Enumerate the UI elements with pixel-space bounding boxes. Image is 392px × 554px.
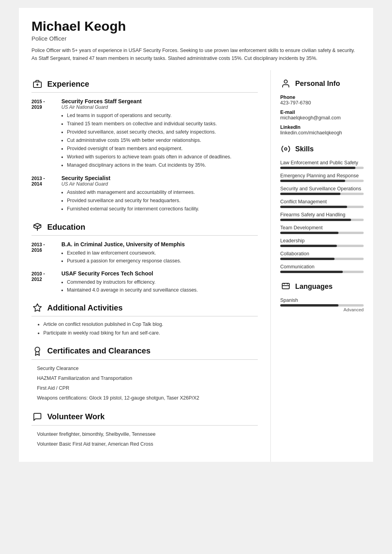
skill-bar-fill [280, 245, 337, 247]
education-label: Education [47, 223, 85, 232]
list-item: Maintained 4.0 average in security and s… [67, 286, 198, 294]
language-bar-bg [280, 304, 364, 307]
skill-item: Collaboration [280, 251, 364, 260]
job-2-employer: US Air National Guard [61, 181, 258, 187]
cert-list: Security Clearance HAZMAT Familiarizatio… [31, 364, 258, 403]
list-item: Cut administrative costs 15% with better… [67, 136, 258, 144]
certificates-icon [31, 345, 43, 357]
skill-bar-bg [280, 271, 364, 273]
job-2-title: Security Specialist [61, 175, 258, 181]
volunteer-icon [31, 411, 43, 423]
skills-icon [280, 143, 291, 154]
skill-bar-bg [280, 232, 364, 234]
edu-1-details: B.A. in Criminal Justice, University of … [61, 241, 185, 265]
edu-2-dates: 2010 -2012 [31, 270, 55, 294]
language-item: Spanish Advanced [280, 297, 364, 312]
skill-name: Collaboration [280, 251, 364, 257]
edu-2-title: USAF Security Forces Tech School [61, 270, 198, 277]
skill-bar-bg [280, 167, 364, 169]
skill-item: Firearms Safety and Handling [280, 212, 364, 221]
education-header: Education [31, 221, 258, 236]
activities-section: Additional Activities Article on conflic… [31, 302, 258, 337]
job-1-title: Security Forces Staff Sergeant [61, 98, 258, 104]
email-item: E-mail michaelqkeogh@gmail.com [280, 110, 364, 121]
skill-item: Communication [280, 264, 364, 273]
skill-bar-bg [280, 180, 364, 182]
certificates-header: Certificates and Clearances [31, 345, 258, 360]
skill-bar-fill [280, 219, 351, 221]
skills-section: Skills Law Enforcement and Public Safety… [280, 143, 364, 273]
list-item: Furnished external security for internme… [67, 205, 258, 213]
skill-bar-fill [280, 206, 347, 208]
list-item: Weapons certifications: Glock 19 pistol,… [37, 393, 258, 403]
skill-item: Leadership [280, 238, 364, 247]
experience-section: Experience 2015 -2019 Security Forces St… [31, 78, 258, 213]
left-column: Experience 2015 -2019 Security Forces St… [19, 70, 271, 462]
edu-1-title: B.A. in Criminal Justice, University of … [61, 241, 185, 247]
languages-header: Languages [280, 281, 364, 294]
email-value: michaelqkeogh@gmail.com [280, 115, 364, 121]
job-2-bullets: Assisted with management and accountabil… [67, 188, 258, 213]
svg-marker-4 [33, 304, 41, 311]
skill-item: Law Enforcement and Public Safety [280, 160, 364, 169]
edu-2: 2010 -2012 USAF Security Forces Tech Sch… [31, 270, 258, 294]
resume: Michael Keogh Police Officer Police Offi… [19, 8, 373, 462]
skill-name: Conflict Management [280, 199, 364, 204]
skill-name: Leadership [280, 238, 364, 244]
svg-point-7 [285, 148, 287, 150]
list-item: Worked with superiors to achieve team go… [67, 153, 258, 161]
right-column: Personal Info Phone 423-797-6780 E-mail … [271, 70, 373, 462]
edu-1-dates: 2013 -2016 [31, 241, 55, 265]
language-level: Advanced [280, 307, 364, 312]
personal-info-icon [280, 78, 291, 89]
candidate-name: Michael Keogh [31, 19, 361, 33]
volunteer-label: Volunteer Work [47, 412, 105, 421]
list-item: Security Clearance [37, 364, 258, 374]
skills-header: Skills [280, 143, 364, 157]
activities-list: Article on conflict resolution published… [43, 320, 258, 337]
linkedin-label: LinkedIn [280, 125, 364, 130]
skills-list: Law Enforcement and Public Safety Emerge… [280, 160, 364, 273]
skill-bar-fill [280, 167, 355, 169]
skill-bar-fill [280, 271, 343, 273]
skill-bar-fill [280, 193, 340, 195]
email-label: E-mail [280, 110, 364, 115]
list-item: Provided oversight of team members and e… [67, 145, 258, 152]
list-item: Volunteer Basic First Aid trainer, Ameri… [37, 439, 258, 449]
skill-item: Conflict Management [280, 199, 364, 208]
skill-bar-bg [280, 258, 364, 260]
skill-name: Team Development [280, 225, 364, 231]
edu-2-details: USAF Security Forces Tech School Commend… [61, 270, 198, 294]
list-item: First Aid / CPR [37, 383, 258, 393]
skill-bar-fill [280, 258, 335, 260]
skills-label: Skills [295, 145, 314, 153]
skill-item: Security and Surveillance Operations [280, 186, 364, 195]
linkedin-value: linkedin.com/michaelqkeogh [280, 130, 364, 136]
personal-info-label: Personal Info [295, 80, 340, 88]
language-name: Spanish [280, 297, 364, 303]
list-item: Trained 15 team members on collective an… [67, 120, 258, 128]
header-section: Michael Keogh Police Officer Police Offi… [19, 8, 373, 70]
activities-label: Additional Activities [47, 303, 123, 312]
phone-label: Phone [280, 95, 364, 100]
list-item: Volunteer firefighter, bimonthly, Shelby… [37, 429, 258, 439]
skill-bar-fill [280, 180, 345, 182]
languages-list: Spanish Advanced [280, 297, 364, 312]
experience-job-2: 2013 -2014 Security Specialist US Air Na… [31, 175, 258, 213]
skill-bar-fill [280, 232, 338, 234]
certificates-label: Certificates and Clearances [47, 346, 150, 355]
languages-label: Languages [295, 283, 333, 291]
skill-item: Team Development [280, 225, 364, 234]
list-item: Participate in weekly road biking for fu… [43, 329, 258, 337]
candidate-title: Police Officer [31, 35, 361, 42]
skill-bar-bg [280, 245, 364, 247]
skill-name: Communication [280, 264, 364, 270]
edu-2-bullets: Commended by instructors for efficiency.… [67, 278, 198, 294]
linkedin-item: LinkedIn linkedin.com/michaelqkeogh [280, 125, 364, 136]
experience-job-1: 2015 -2019 Security Forces Staff Sergean… [31, 98, 258, 169]
skill-bar-bg [280, 219, 364, 221]
experience-header: Experience [31, 78, 258, 93]
languages-section: Languages Spanish Advanced [280, 281, 364, 312]
list-item: Provided surveillance and security for h… [67, 197, 258, 204]
list-item: Provided surveillance, asset security ch… [67, 128, 258, 136]
